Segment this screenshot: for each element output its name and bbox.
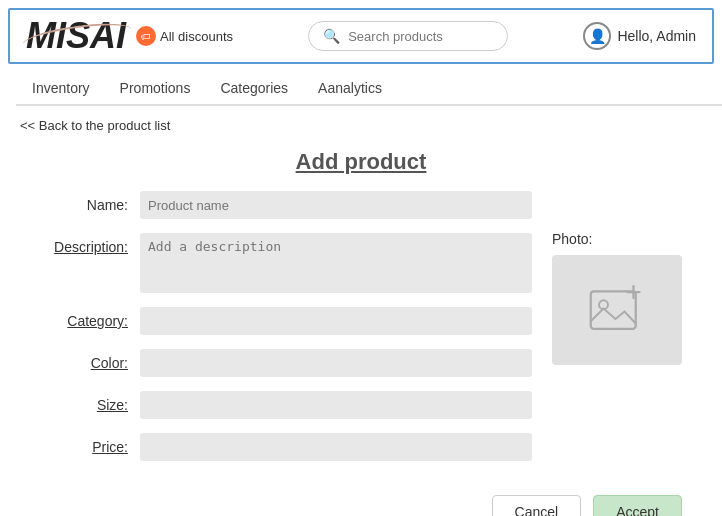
size-row: Size: bbox=[40, 391, 532, 419]
photo-label: Photo: bbox=[552, 231, 592, 247]
category-row: Category: bbox=[40, 307, 532, 335]
add-product-form: Name: Description: Category: Color: Size… bbox=[0, 191, 722, 475]
user-info: 👤 Hello, Admin bbox=[583, 22, 696, 50]
price-label: Price: bbox=[40, 433, 140, 455]
user-greeting: Hello, Admin bbox=[617, 28, 696, 44]
color-input[interactable] bbox=[140, 349, 532, 377]
discount-label: All discounts bbox=[160, 29, 233, 44]
search-input[interactable] bbox=[348, 29, 488, 44]
photo-label-row: Photo: bbox=[552, 231, 592, 247]
search-bar: 🔍 bbox=[308, 21, 508, 51]
nav-item-inventory[interactable]: Inventory bbox=[32, 80, 90, 96]
search-icon: 🔍 bbox=[323, 28, 340, 44]
size-input[interactable] bbox=[140, 391, 532, 419]
color-label: Color: bbox=[40, 349, 140, 371]
description-label: Description: bbox=[40, 233, 140, 255]
form-fields: Name: Description: Category: Color: Size… bbox=[40, 191, 532, 475]
photo-area: Photo: bbox=[552, 191, 682, 475]
nav-item-analytics[interactable]: Aanalytics bbox=[318, 80, 382, 96]
discount-badge[interactable]: 🏷 All discounts bbox=[136, 26, 233, 46]
user-avatar-icon: 👤 bbox=[583, 22, 611, 50]
description-row: Description: bbox=[40, 233, 532, 293]
navigation: Inventory Promotions Categories Aanalyti… bbox=[16, 72, 722, 106]
color-row: Color: bbox=[40, 349, 532, 377]
photo-upload-box[interactable] bbox=[552, 255, 682, 365]
nav-item-promotions[interactable]: Promotions bbox=[120, 80, 191, 96]
description-input[interactable] bbox=[140, 233, 532, 293]
back-link[interactable]: << Back to the product list bbox=[0, 106, 190, 145]
size-label: Size: bbox=[40, 391, 140, 413]
logo: MISAI bbox=[26, 18, 126, 54]
name-label: Name: bbox=[40, 191, 140, 213]
discount-icon: 🏷 bbox=[136, 26, 156, 46]
name-row: Name: bbox=[40, 191, 532, 219]
page-title: Add product bbox=[0, 149, 722, 175]
header: MISAI 🏷 All discounts 🔍 👤 Hello, Admin bbox=[8, 8, 714, 64]
action-buttons: Cancel Accept bbox=[0, 475, 722, 516]
svg-rect-0 bbox=[591, 291, 636, 329]
name-input[interactable] bbox=[140, 191, 532, 219]
cancel-button[interactable]: Cancel bbox=[492, 495, 582, 516]
price-row: Price: bbox=[40, 433, 532, 461]
category-label: Category: bbox=[40, 307, 140, 329]
nav-item-categories[interactable]: Categories bbox=[220, 80, 288, 96]
photo-upload-icon bbox=[587, 280, 647, 340]
category-input[interactable] bbox=[140, 307, 532, 335]
accept-button[interactable]: Accept bbox=[593, 495, 682, 516]
price-input[interactable] bbox=[140, 433, 532, 461]
logo-area: MISAI 🏷 All discounts bbox=[26, 18, 233, 54]
